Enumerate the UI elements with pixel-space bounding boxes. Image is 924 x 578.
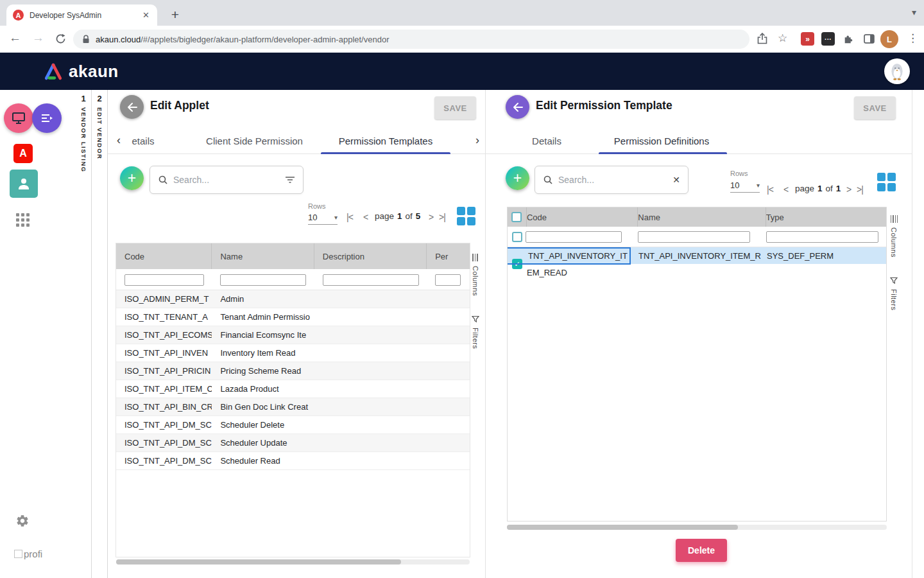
page-first-button[interactable]: |<: [767, 184, 773, 195]
horizontal-scrollbar[interactable]: [116, 559, 470, 565]
step-edit-vendor[interactable]: 2 EDIT VENDOR: [92, 90, 108, 578]
table-row[interactable]: ISO_TNT_API_PRICIN Pricing Scheme Read: [116, 362, 470, 380]
cell-name: TNT_API_INVENTORY_ITEM_R: [638, 251, 761, 261]
tab-permission-templates[interactable]: Permission Templates: [321, 127, 450, 154]
new-tab-button[interactable]: +: [166, 5, 185, 24]
filter-type-input[interactable]: [766, 231, 878, 243]
table-side-tools: Columns Filters: [890, 215, 898, 310]
user-avatar[interactable]: [884, 58, 910, 84]
tabs-scroll-right-icon[interactable]: ›: [475, 134, 479, 147]
columns-side-tab[interactable]: Columns: [472, 254, 479, 296]
horizontal-scrollbar[interactable]: [507, 525, 887, 530]
filter-code-input[interactable]: [526, 231, 622, 243]
browser-back-icon[interactable]: ←: [9, 31, 21, 45]
share-icon[interactable]: [757, 33, 767, 44]
page-first-button[interactable]: |<: [346, 212, 353, 222]
tab-close-icon[interactable]: ✕: [141, 9, 151, 21]
filter-list-icon[interactable]: [285, 176, 295, 184]
sidebar-adobe-applet-icon[interactable]: A: [13, 144, 33, 163]
screen: A Developer SysAdmin ✕ + ▾ ← → akaun.clo…: [0, 0, 924, 578]
browser-forward-icon[interactable]: →: [32, 31, 44, 45]
page-next-button[interactable]: >: [429, 212, 433, 222]
filters-side-tab[interactable]: Filters: [890, 277, 898, 310]
tabs-scroll-left-icon[interactable]: ‹: [117, 134, 121, 147]
back-button[interactable]: [506, 95, 529, 119]
extension-dark-icon[interactable]: ···: [821, 32, 835, 46]
column-header-permission[interactable]: Per: [427, 243, 470, 269]
tab-details[interactable]: Details: [527, 127, 566, 154]
column-header-name[interactable]: Name: [638, 207, 766, 227]
scrollbar-thumb[interactable]: [507, 525, 738, 530]
sidebar-profile-link[interactable]: profi: [14, 548, 42, 559]
table-row[interactable]: ISO_TNT_API_ITEM_C Lazada Product: [116, 380, 470, 398]
save-button[interactable]: SAVE: [854, 96, 896, 119]
table-row[interactable]: ISO_ADMIN_PERM_T Admin: [116, 290, 470, 308]
grid-view-icon[interactable]: [875, 171, 897, 193]
sidebar-settings-gear-icon[interactable]: [15, 514, 30, 528]
rows-per-page-select[interactable]: 10 ▾: [730, 180, 760, 193]
extension-red-icon[interactable]: »: [801, 32, 814, 46]
filter-permission-input[interactable]: [435, 274, 461, 286]
filter-name-input[interactable]: [638, 231, 750, 243]
table-row[interactable]: ISO_TNT_API_ECOMS Financial Ecomsync Ite: [116, 326, 470, 344]
page-prev-button[interactable]: <: [363, 212, 368, 222]
table-filter-row: [508, 227, 886, 247]
filter-description-input[interactable]: [323, 274, 419, 286]
table-row[interactable]: ISO_TNT_API_DM_SC Scheduler Read: [116, 452, 470, 470]
search-input[interactable]: [558, 175, 667, 185]
page-last-button[interactable]: >|: [857, 184, 863, 195]
column-header-type[interactable]: Type: [766, 207, 886, 227]
column-header-code[interactable]: Code: [527, 207, 638, 227]
side-panel-icon[interactable]: [864, 33, 875, 44]
sidebar-apps-grid-icon[interactable]: [16, 213, 30, 227]
extensions-puzzle-icon[interactable]: [843, 33, 855, 44]
tab-details[interactable]: etails: [127, 127, 159, 154]
sidebar-user-applet-icon[interactable]: [10, 170, 38, 198]
filter-code-input[interactable]: [124, 274, 204, 286]
tab-search-chevron-icon[interactable]: ▾: [912, 7, 916, 17]
delete-button[interactable]: Delete: [676, 539, 727, 562]
focused-code-cell[interactable]: TNT_API_INVENTORY_IT: [507, 247, 631, 265]
table-row[interactable]: ISO_TNT_API_BIN_CR Bin Gen Doc Link Crea…: [116, 398, 470, 416]
search-input[interactable]: [173, 175, 280, 185]
table-row[interactable]: ISO_TNT_API_DM_SC Scheduler Delete: [116, 416, 470, 434]
chevron-down-icon: ▾: [334, 214, 338, 221]
selected-table-row[interactable]: ✓ TNT_API_INVENTORY_IT TNT_API_INVENTORY…: [508, 247, 886, 281]
address-bar[interactable]: akaun.cloud/#/applets/bigledger/akaun-pl…: [73, 30, 749, 49]
page-prev-button[interactable]: <: [783, 184, 788, 195]
rows-per-page-select[interactable]: 10 ▾: [308, 213, 338, 225]
tab-permission-definitions[interactable]: Permission Definitions: [610, 127, 713, 154]
filter-row-checkbox[interactable]: [512, 232, 522, 242]
page-last-button[interactable]: >|: [439, 212, 445, 222]
page-title: Edit Permission Template: [536, 99, 672, 112]
table-row[interactable]: ISO_TNT_TENANT_A Tenant Admin Permissio: [116, 308, 470, 326]
add-permission-template-button[interactable]: +: [120, 166, 144, 190]
filter-name-input[interactable]: [220, 274, 306, 286]
column-header-description[interactable]: Description: [314, 243, 427, 269]
columns-grip-icon: [891, 215, 898, 223]
step-vendor-listing[interactable]: 1 VENDOR LISTING: [76, 90, 92, 578]
sidebar-profile-label: profi: [24, 548, 42, 559]
page-next-button[interactable]: >: [846, 184, 851, 195]
browser-profile-avatar[interactable]: L: [880, 30, 898, 48]
menu-list-icon[interactable]: [32, 103, 62, 133]
bookmark-star-icon[interactable]: ☆: [778, 31, 787, 45]
scrollbar-thumb[interactable]: [116, 559, 401, 565]
tab-client-side-permission[interactable]: Client Side Permission: [204, 127, 305, 154]
clear-search-icon[interactable]: ✕: [672, 175, 680, 185]
column-header-code[interactable]: Code: [116, 243, 212, 269]
save-button[interactable]: SAVE: [434, 96, 476, 119]
back-button[interactable]: [120, 95, 144, 119]
desktop-monitor-icon[interactable]: [4, 103, 33, 133]
table-row[interactable]: ISO_TNT_API_INVEN Inventory Item Read: [116, 344, 470, 362]
browser-menu-icon[interactable]: ⋮: [907, 31, 918, 45]
browser-reload-icon[interactable]: [55, 33, 66, 44]
add-permission-definition-button[interactable]: +: [506, 166, 529, 190]
grid-view-icon[interactable]: [455, 205, 477, 227]
select-all-checkbox[interactable]: [511, 212, 522, 222]
table-row[interactable]: ISO_TNT_API_DM_SC Scheduler Update: [116, 434, 470, 452]
browser-tab[interactable]: A Developer SysAdmin ✕: [6, 4, 157, 26]
columns-side-tab[interactable]: Columns: [890, 215, 898, 258]
column-header-name[interactable]: Name: [212, 243, 314, 269]
filters-side-tab[interactable]: Filters: [472, 315, 479, 349]
